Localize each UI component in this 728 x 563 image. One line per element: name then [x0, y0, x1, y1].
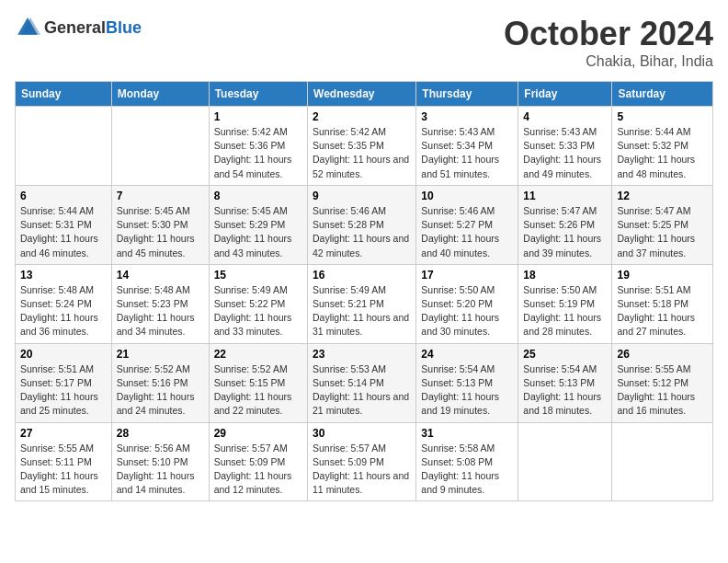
day-number: 29: [214, 427, 302, 440]
calendar-day-cell: 18Sunrise: 5:50 AMSunset: 5:19 PMDayligh…: [518, 264, 612, 343]
day-info: Sunrise: 5:49 AMSunset: 5:21 PMDaylight:…: [313, 284, 409, 338]
logo: GeneralBlue: [15, 15, 142, 40]
weekday-header-sunday: Sunday: [16, 82, 112, 107]
calendar-day-cell: 27Sunrise: 5:55 AMSunset: 5:11 PMDayligh…: [16, 422, 112, 501]
calendar-day-cell: 16Sunrise: 5:49 AMSunset: 5:21 PMDayligh…: [308, 264, 416, 343]
day-info: Sunrise: 5:47 AMSunset: 5:26 PMDaylight:…: [523, 205, 601, 259]
calendar-day-cell: [111, 107, 209, 186]
calendar-day-cell: 6Sunrise: 5:44 AMSunset: 5:31 PMDaylight…: [16, 185, 112, 264]
weekday-header-saturday: Saturday: [612, 82, 713, 107]
calendar-day-cell: 19Sunrise: 5:51 AMSunset: 5:18 PMDayligh…: [612, 264, 713, 343]
day-number: 22: [214, 348, 302, 361]
weekday-header-row: SundayMondayTuesdayWednesdayThursdayFrid…: [16, 82, 713, 107]
day-info: Sunrise: 5:46 AMSunset: 5:28 PMDaylight:…: [313, 205, 409, 259]
day-number: 20: [20, 348, 107, 361]
calendar-day-cell: 4Sunrise: 5:43 AMSunset: 5:33 PMDaylight…: [518, 107, 612, 186]
day-number: 17: [421, 269, 513, 282]
day-info: Sunrise: 5:48 AMSunset: 5:24 PMDaylight:…: [20, 284, 98, 338]
day-info: Sunrise: 5:44 AMSunset: 5:31 PMDaylight:…: [20, 205, 98, 259]
day-info: Sunrise: 5:45 AMSunset: 5:30 PMDaylight:…: [117, 205, 195, 259]
day-info: Sunrise: 5:54 AMSunset: 5:13 PMDaylight:…: [421, 363, 499, 417]
calendar-day-cell: 31Sunrise: 5:58 AMSunset: 5:08 PMDayligh…: [416, 422, 518, 501]
day-info: Sunrise: 5:55 AMSunset: 5:12 PMDaylight:…: [617, 363, 695, 417]
calendar-day-cell: 24Sunrise: 5:54 AMSunset: 5:13 PMDayligh…: [416, 343, 518, 422]
calendar-day-cell: 11Sunrise: 5:47 AMSunset: 5:26 PMDayligh…: [518, 185, 612, 264]
day-info: Sunrise: 5:45 AMSunset: 5:29 PMDaylight:…: [214, 205, 292, 259]
calendar-day-cell: 25Sunrise: 5:54 AMSunset: 5:13 PMDayligh…: [518, 343, 612, 422]
calendar-day-cell: [16, 107, 112, 186]
calendar-day-cell: 17Sunrise: 5:50 AMSunset: 5:20 PMDayligh…: [416, 264, 518, 343]
calendar-table: SundayMondayTuesdayWednesdayThursdayFrid…: [15, 81, 713, 501]
calendar-day-cell: 2Sunrise: 5:42 AMSunset: 5:35 PMDaylight…: [308, 107, 416, 186]
day-info: Sunrise: 5:42 AMSunset: 5:35 PMDaylight:…: [313, 126, 409, 179]
day-number: 4: [523, 110, 607, 123]
day-number: 1: [214, 110, 302, 123]
day-number: 6: [20, 190, 107, 202]
calendar-day-cell: 22Sunrise: 5:52 AMSunset: 5:15 PMDayligh…: [209, 343, 307, 422]
day-info: Sunrise: 5:47 AMSunset: 5:25 PMDaylight:…: [617, 205, 695, 259]
day-number: 2: [313, 110, 411, 123]
calendar-day-cell: 8Sunrise: 5:45 AMSunset: 5:29 PMDaylight…: [209, 185, 307, 264]
calendar-day-cell: 20Sunrise: 5:51 AMSunset: 5:17 PMDayligh…: [16, 343, 112, 422]
logo-blue: Blue: [106, 18, 142, 37]
calendar-day-cell: 3Sunrise: 5:43 AMSunset: 5:34 PMDaylight…: [416, 107, 518, 186]
day-info: Sunrise: 5:51 AMSunset: 5:18 PMDaylight:…: [617, 284, 695, 338]
day-number: 23: [313, 348, 411, 361]
calendar-day-cell: 23Sunrise: 5:53 AMSunset: 5:14 PMDayligh…: [308, 343, 416, 422]
day-info: Sunrise: 5:48 AMSunset: 5:23 PMDaylight:…: [117, 284, 195, 338]
day-info: Sunrise: 5:49 AMSunset: 5:22 PMDaylight:…: [214, 284, 292, 338]
day-number: 7: [117, 190, 204, 202]
day-info: Sunrise: 5:54 AMSunset: 5:13 PMDaylight:…: [523, 363, 601, 417]
day-info: Sunrise: 5:50 AMSunset: 5:20 PMDaylight:…: [421, 284, 499, 338]
weekday-header-thursday: Thursday: [416, 82, 518, 107]
title-block: October 2024 Chakia, Bihar, India: [504, 15, 713, 70]
day-info: Sunrise: 5:58 AMSunset: 5:08 PMDaylight:…: [421, 442, 499, 496]
calendar-week-row: 27Sunrise: 5:55 AMSunset: 5:11 PMDayligh…: [16, 422, 713, 501]
calendar-day-cell: 30Sunrise: 5:57 AMSunset: 5:09 PMDayligh…: [308, 422, 416, 501]
calendar-title: October 2024: [504, 15, 713, 53]
day-number: 30: [313, 427, 411, 440]
day-info: Sunrise: 5:52 AMSunset: 5:16 PMDaylight:…: [117, 363, 195, 417]
day-number: 28: [117, 427, 204, 440]
day-info: Sunrise: 5:43 AMSunset: 5:33 PMDaylight:…: [523, 126, 601, 179]
calendar-day-cell: 5Sunrise: 5:44 AMSunset: 5:32 PMDaylight…: [612, 107, 713, 186]
calendar-day-cell: 21Sunrise: 5:52 AMSunset: 5:16 PMDayligh…: [111, 343, 209, 422]
day-number: 15: [214, 269, 302, 282]
day-info: Sunrise: 5:50 AMSunset: 5:19 PMDaylight:…: [523, 284, 601, 338]
calendar-day-cell: 15Sunrise: 5:49 AMSunset: 5:22 PMDayligh…: [209, 264, 307, 343]
calendar-week-row: 20Sunrise: 5:51 AMSunset: 5:17 PMDayligh…: [16, 343, 713, 422]
calendar-day-cell: [612, 422, 713, 501]
weekday-header-wednesday: Wednesday: [308, 82, 416, 107]
day-number: 16: [313, 269, 411, 282]
day-number: 21: [117, 348, 204, 361]
day-info: Sunrise: 5:56 AMSunset: 5:10 PMDaylight:…: [117, 442, 195, 496]
day-number: 8: [214, 190, 302, 202]
day-number: 3: [421, 110, 513, 123]
day-number: 26: [617, 348, 708, 361]
calendar-day-cell: 10Sunrise: 5:46 AMSunset: 5:27 PMDayligh…: [416, 185, 518, 264]
calendar-day-cell: 14Sunrise: 5:48 AMSunset: 5:23 PMDayligh…: [111, 264, 209, 343]
day-number: 9: [313, 190, 411, 202]
weekday-header-monday: Monday: [111, 82, 209, 107]
day-number: 11: [523, 190, 607, 202]
day-info: Sunrise: 5:57 AMSunset: 5:09 PMDaylight:…: [214, 442, 292, 496]
calendar-day-cell: 7Sunrise: 5:45 AMSunset: 5:30 PMDaylight…: [111, 185, 209, 264]
calendar-day-cell: 26Sunrise: 5:55 AMSunset: 5:12 PMDayligh…: [612, 343, 713, 422]
day-info: Sunrise: 5:57 AMSunset: 5:09 PMDaylight:…: [313, 442, 409, 496]
calendar-day-cell: 9Sunrise: 5:46 AMSunset: 5:28 PMDaylight…: [308, 185, 416, 264]
calendar-week-row: 6Sunrise: 5:44 AMSunset: 5:31 PMDaylight…: [16, 185, 713, 264]
calendar-day-cell: 28Sunrise: 5:56 AMSunset: 5:10 PMDayligh…: [111, 422, 209, 501]
day-number: 25: [523, 348, 607, 361]
calendar-location: Chakia, Bihar, India: [504, 53, 713, 70]
day-info: Sunrise: 5:43 AMSunset: 5:34 PMDaylight:…: [421, 126, 499, 179]
day-info: Sunrise: 5:42 AMSunset: 5:36 PMDaylight:…: [214, 126, 292, 179]
day-number: 14: [117, 269, 204, 282]
calendar-day-cell: 29Sunrise: 5:57 AMSunset: 5:09 PMDayligh…: [209, 422, 307, 501]
calendar-day-cell: 12Sunrise: 5:47 AMSunset: 5:25 PMDayligh…: [612, 185, 713, 264]
day-info: Sunrise: 5:44 AMSunset: 5:32 PMDaylight:…: [617, 126, 695, 179]
day-number: 19: [617, 269, 708, 282]
day-info: Sunrise: 5:55 AMSunset: 5:11 PMDaylight:…: [20, 442, 98, 496]
day-info: Sunrise: 5:53 AMSunset: 5:14 PMDaylight:…: [313, 363, 409, 417]
day-number: 12: [617, 190, 708, 202]
day-number: 18: [523, 269, 607, 282]
